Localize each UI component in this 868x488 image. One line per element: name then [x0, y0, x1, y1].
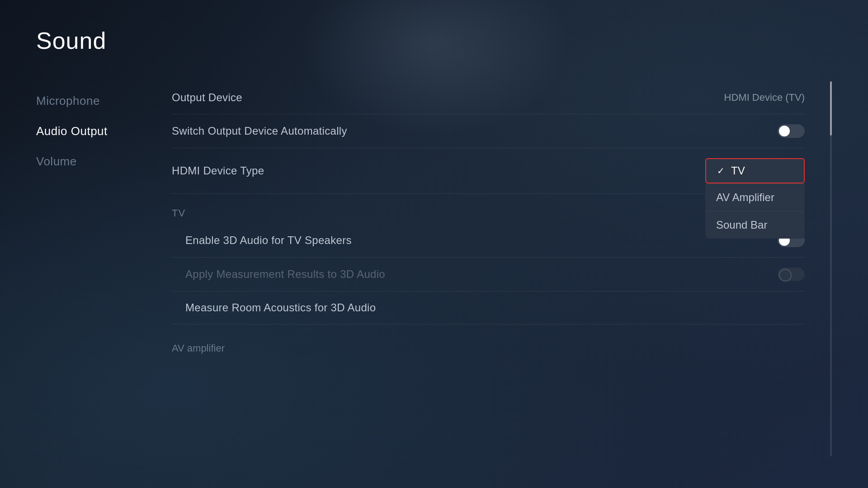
hdmi-device-type-options: AV Amplifier Sound Bar — [705, 183, 805, 239]
apply-measurement-toggle-disabled — [778, 267, 805, 281]
switch-output-device-row: Switch Output Device Automatically — [172, 114, 805, 148]
check-icon: ✓ — [717, 165, 725, 176]
sidebar-item-volume[interactable]: Volume — [36, 146, 163, 177]
dropdown-option-av-amplifier[interactable]: AV Amplifier — [705, 183, 805, 211]
av-amplifier-section-header: AV amplifier — [172, 324, 805, 359]
output-device-value: HDMI Device (TV) — [724, 92, 805, 103]
settings-area: Output Device HDMI Device (TV) Switch Ou… — [163, 81, 832, 456]
hdmi-device-type-row: HDMI Device Type ✓ TV AV Amplifier Sound… — [172, 148, 805, 194]
output-device-row: Output Device HDMI Device (TV) — [172, 81, 805, 114]
dropdown-option-sound-bar[interactable]: Sound Bar — [705, 211, 805, 239]
apply-measurement-row: Apply Measurement Results to 3D Audio — [172, 258, 805, 291]
hdmi-device-type-selected-label: TV — [731, 164, 745, 177]
page-title: Sound — [36, 27, 832, 54]
scrollbar-thumb[interactable] — [830, 81, 832, 136]
main-layout: Microphone Audio Output Volume Output De… — [36, 81, 832, 456]
output-device-label: Output Device — [172, 91, 242, 104]
switch-output-device-label: Switch Output Device Automatically — [172, 125, 347, 137]
sidebar-item-microphone[interactable]: Microphone — [36, 86, 163, 116]
sidebar-item-audio-output[interactable]: Audio Output — [36, 116, 163, 146]
measure-room-row[interactable]: Measure Room Acoustics for 3D Audio — [172, 291, 805, 324]
sidebar: Microphone Audio Output Volume — [36, 81, 163, 456]
hdmi-device-type-selected[interactable]: ✓ TV — [705, 158, 805, 183]
main-content: Sound Microphone Audio Output Volume Out… — [0, 0, 868, 488]
measure-room-label: Measure Room Acoustics for 3D Audio — [185, 301, 376, 314]
enable-3d-audio-label: Enable 3D Audio for TV Speakers — [185, 234, 352, 247]
toggle-knob — [779, 126, 790, 136]
hdmi-device-type-label: HDMI Device Type — [172, 164, 264, 177]
apply-measurement-label: Apply Measurement Results to 3D Audio — [185, 268, 385, 281]
hdmi-device-type-dropdown-container: ✓ TV AV Amplifier Sound Bar — [705, 158, 805, 183]
switch-output-device-toggle[interactable] — [778, 124, 805, 138]
scrollbar-track — [830, 81, 832, 456]
